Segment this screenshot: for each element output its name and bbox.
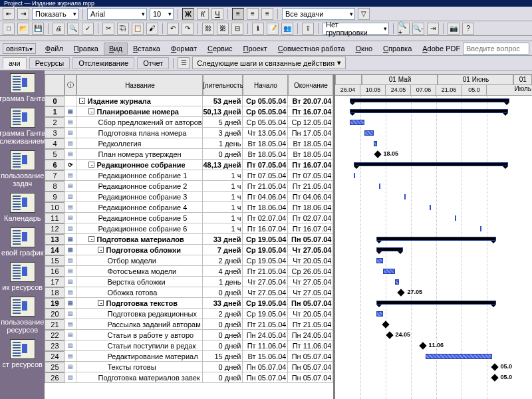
publish-button[interactable]: ⇪ <box>302 23 314 35</box>
task-row[interactable]: 11▤Редакционное собрание 51 чПт 02.07.04… <box>45 213 333 223</box>
duration-cell[interactable]: 2 дней <box>203 309 243 319</box>
end-cell[interactable]: Чт 20.05.04 <box>288 309 333 319</box>
end-cell[interactable]: Чт 27.05.04 <box>288 245 333 255</box>
gantt-bar-20[interactable] <box>376 311 383 317</box>
row-number[interactable]: 8 <box>45 181 65 192</box>
tab-report[interactable]: Отчет <box>137 57 169 69</box>
paste-button[interactable]: 📋 <box>132 23 144 35</box>
task-name-cell[interactable]: Сбор предложений от авторов <box>76 117 203 128</box>
gantt-tick-9[interactable] <box>404 194 406 200</box>
task-row[interactable]: 13▤-Подготовка материалов33 днейСр 19.05… <box>45 234 333 245</box>
font-combo[interactable]: Arial <box>87 8 147 20</box>
start-cell[interactable]: Пт 18.06.04 <box>243 202 288 213</box>
task-row[interactable]: 4▤Редколлегия1 деньВт 18.05.04Вт 18.05.0… <box>45 138 333 149</box>
view-calendar[interactable]: Календарь <box>0 193 45 222</box>
duration-cell[interactable]: 33 дней <box>203 298 243 309</box>
duration-cell[interactable]: 1 ч <box>203 202 243 213</box>
task-row[interactable]: 2▤Сбор предложений от авторов5 днейСр 05… <box>45 117 333 128</box>
row-number[interactable]: 24 <box>45 351 65 362</box>
row-number[interactable]: 22 <box>45 330 65 340</box>
task-name-cell[interactable]: Редакционное собрание 1 <box>76 170 203 181</box>
row-number[interactable]: 14 <box>45 245 65 255</box>
task-name-cell[interactable]: Редколлегия <box>76 138 203 149</box>
task-row[interactable]: 9▤Редакционное собрание 31 чПт 04.06.04П… <box>45 192 333 202</box>
task-row[interactable]: 20▤Подготовка редакционных2 днейСр 19.05… <box>45 309 333 319</box>
task-name-cell[interactable]: Тексты готовы <box>76 362 203 372</box>
menu-edit[interactable]: Правка <box>68 43 104 55</box>
duration-cell[interactable]: 0 дней <box>203 362 243 372</box>
task-name-cell[interactable]: Подготовка материалов завек <box>76 372 203 383</box>
duration-cell[interactable]: 0 дней <box>203 330 243 340</box>
start-cell[interactable]: Ср 19.05.04 <box>243 245 288 255</box>
row-number[interactable]: 5 <box>45 149 65 160</box>
zoom-in-button[interactable]: 🔍+ <box>398 23 410 35</box>
new-button[interactable]: □ <box>3 23 15 35</box>
start-cell[interactable]: Пт 21.05.04 <box>243 319 288 330</box>
row-number[interactable]: 21 <box>45 319 65 330</box>
start-cell[interactable]: Пн 05.07.04 <box>243 362 288 372</box>
end-cell[interactable]: Пт 21.05.04 <box>288 319 333 330</box>
row-number[interactable]: 13 <box>45 234 65 245</box>
end-cell[interactable]: Пт 16.07.04 <box>288 223 333 234</box>
row-number[interactable]: 12 <box>45 223 65 234</box>
task-row[interactable]: 17▤Верстка обложки1 деньЧт 27.05.04Чт 27… <box>45 277 333 287</box>
duration-cell[interactable]: 1 ч <box>203 170 243 181</box>
row-number[interactable]: 10 <box>45 202 65 213</box>
gantt-tick-11[interactable] <box>455 215 456 221</box>
duration-cell[interactable]: 2 дней <box>203 255 243 266</box>
preview-button[interactable]: 🔍 <box>67 23 79 35</box>
start-cell[interactable]: Вт 15.06.04 <box>243 351 288 362</box>
start-cell[interactable]: Пт 16.07.04 <box>243 223 288 234</box>
help-button[interactable]: ? <box>462 23 474 35</box>
task-row[interactable]: 14▤-Подготовка обложки7 днейСр 19.05.04Ч… <box>45 245 333 255</box>
row-number[interactable]: 0 <box>45 96 65 106</box>
open-button[interactable]: 📂 <box>17 23 29 35</box>
task-name-cell[interactable]: Редактирование материал <box>76 351 203 362</box>
task-name-cell[interactable]: Редакционное собрание 5 <box>76 213 203 223</box>
next-steps-button[interactable]: Следующие шаги и связанные действия▾ <box>192 57 346 69</box>
underline-button[interactable]: Ч <box>211 8 223 20</box>
gantt-milestone-22[interactable] <box>386 331 394 338</box>
group-combo[interactable]: Нет группировки <box>323 23 389 35</box>
duration-cell[interactable]: 15 дней <box>203 351 243 362</box>
duration-cell[interactable]: 0 дней <box>203 319 243 330</box>
task-name-cell[interactable]: Обожка готова <box>76 287 203 298</box>
task-name-cell[interactable]: Подготовка плана номера <box>76 128 203 138</box>
start-cell[interactable]: Пт 11.06.04 <box>243 340 288 351</box>
start-cell[interactable]: Пт 04.06.04 <box>243 192 288 202</box>
cut-button[interactable]: ✂ <box>102 23 114 35</box>
steps-icon[interactable]: ☰ <box>178 57 190 69</box>
gantt-bar-3[interactable] <box>364 130 374 136</box>
task-row[interactable]: 6⟳-Редакционное собрание48,13 днейПт 07.… <box>45 160 333 170</box>
task-name-cell[interactable]: Редакционное собрание 2 <box>76 181 203 192</box>
menu-file[interactable]: Файл <box>40 43 68 55</box>
start-cell[interactable]: Ср 19.05.04 <box>243 298 288 309</box>
task-row[interactable]: 15▤Отбор модели2 днейСр 19.05.04Чт 20.05… <box>45 255 333 266</box>
task-row[interactable]: 5▤План номера утвержден0 днейВт 18.05.04… <box>45 149 333 160</box>
task-name-cell[interactable]: -Подготовка обложки <box>76 245 203 255</box>
gantt-milestone-25[interactable] <box>491 363 499 370</box>
row-number[interactable]: 9 <box>45 192 65 202</box>
align-center-button[interactable]: ≡ <box>247 8 259 20</box>
notes-button[interactable]: 📝 <box>267 23 279 35</box>
end-cell[interactable]: Ср 12.05.04 <box>288 117 333 128</box>
col-end[interactable]: Окончание <box>288 74 333 96</box>
redo-button[interactable]: ↷ <box>182 23 194 35</box>
duration-cell[interactable]: 1 ч <box>203 181 243 192</box>
row-number[interactable]: 2 <box>45 117 65 128</box>
start-cell[interactable]: Пт 21.05.04 <box>243 266 288 277</box>
gantt-summary-14[interactable] <box>376 247 403 251</box>
gantt-tick-10[interactable] <box>430 205 431 210</box>
row-number[interactable]: 1 <box>45 106 65 117</box>
duration-cell[interactable]: 50,13 дней <box>203 106 243 117</box>
end-cell[interactable]: Пт 16.07.04 <box>288 106 333 117</box>
task-name-cell[interactable]: -Редакционное собрание <box>76 160 203 170</box>
task-name-cell[interactable]: Статьи в работе у авторо <box>76 330 203 340</box>
task-row[interactable]: 1▤-Планирование номера50,13 днейСр 05.05… <box>45 106 333 117</box>
task-row[interactable]: 0-Издание журнала53 днейСр 05.05.04Вт 20… <box>45 96 333 106</box>
autofilter-button[interactable]: ▽ <box>358 8 370 20</box>
task-name-cell[interactable]: Верстка обложки <box>76 277 203 287</box>
duration-cell[interactable]: 53 дней <box>203 96 243 106</box>
row-number[interactable]: 16 <box>45 266 65 277</box>
start-cell[interactable]: Пн 24.05.04 <box>243 330 288 340</box>
